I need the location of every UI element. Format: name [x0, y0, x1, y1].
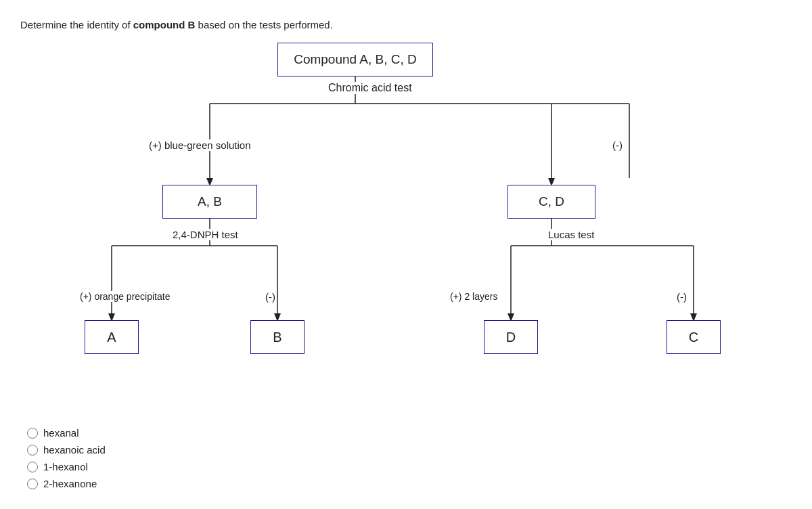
- ab-box: A, B: [162, 185, 257, 219]
- answer-options: hexanal hexanoic acid 1-hexanol 2-hexano…: [27, 427, 792, 489]
- compound-abcd-box: Compound A, B, C, D: [277, 43, 433, 76]
- lucas-label: Lucas test: [548, 229, 594, 240]
- label-hexanal: hexanal: [43, 427, 79, 439]
- radio-hexanoic[interactable]: [27, 445, 38, 456]
- plus-layers-label: (+) 2 layers: [450, 291, 497, 302]
- option-hexanal[interactable]: hexanal: [27, 427, 792, 439]
- label-1-hexanol: 1-hexanol: [43, 461, 88, 472]
- option-2-hexanone[interactable]: 2-hexanone: [27, 478, 792, 489]
- instruction-text1: Determine the identity of: [20, 19, 133, 30]
- minus-b-label: (-): [265, 291, 275, 303]
- ab-label: A, B: [198, 194, 222, 209]
- diagram: Compound A, B, C, D A, B C, D A B D C Ch…: [34, 43, 778, 408]
- instruction-text2: based on the tests performed.: [195, 19, 332, 30]
- minus-c-label: (-): [677, 291, 687, 303]
- instruction: Determine the identity of compound B bas…: [20, 19, 792, 30]
- chromic-test-label: Chromic acid test: [328, 82, 412, 94]
- radio-hexanal[interactable]: [27, 428, 38, 439]
- box-b: B: [250, 320, 304, 354]
- option-hexanoic[interactable]: hexanoic acid: [27, 444, 792, 456]
- plus-blue-green-label: (+) blue-green solution: [149, 139, 251, 151]
- label-hexanoic: hexanoic acid: [43, 444, 106, 456]
- instruction-bold: compound B: [133, 19, 196, 30]
- cd-box: C, D: [508, 185, 595, 219]
- dnph-label: 2,4-DNPH test: [173, 229, 238, 240]
- label-2-hexanone: 2-hexanone: [43, 478, 97, 489]
- box-c: C: [667, 320, 721, 354]
- box-a: A: [85, 320, 139, 354]
- box-d-label: D: [506, 330, 516, 345]
- radio-1-hexanol[interactable]: [27, 462, 38, 472]
- plus-orange-label: (+) orange precipitate: [80, 291, 170, 302]
- box-d: D: [484, 320, 538, 354]
- cd-label: C, D: [539, 194, 564, 209]
- box-c-label: C: [689, 330, 698, 345]
- option-1-hexanol[interactable]: 1-hexanol: [27, 461, 792, 472]
- minus-right-label: (-): [612, 139, 623, 151]
- radio-2-hexanone[interactable]: [27, 479, 38, 489]
- box-b-label: B: [273, 330, 281, 345]
- box-a-label: A: [107, 330, 116, 345]
- compound-abcd-label: Compound A, B, C, D: [294, 52, 417, 67]
